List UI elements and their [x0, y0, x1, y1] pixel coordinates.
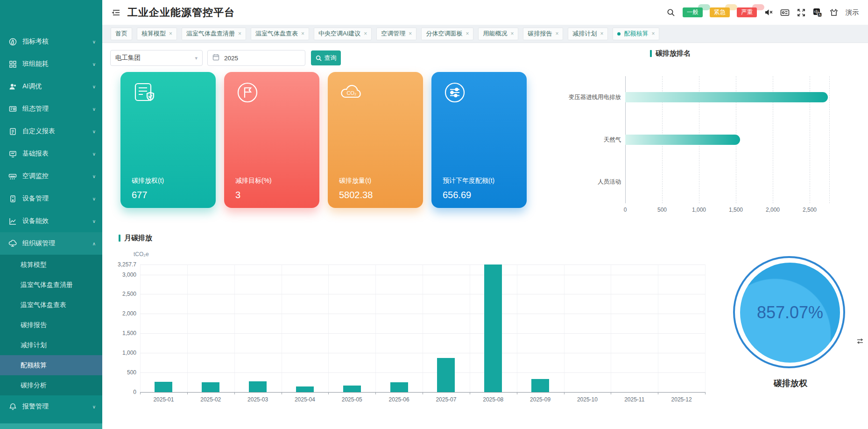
tab-减排计划[interactable]: 减排计划×	[568, 28, 608, 40]
sidebar-subitem-碳排报告[interactable]: 碳排报告	[0, 315, 102, 335]
tab-用能概况[interactable]: 用能概况×	[478, 28, 518, 40]
close-icon[interactable]: ×	[169, 30, 172, 37]
translate-icon[interactable]: 中A	[813, 8, 822, 17]
tab-碳排报告[interactable]: 碳排报告×	[523, 28, 563, 40]
sidebar-item-label: 班组能耗	[22, 60, 49, 68]
chevron-down-icon: ∨	[92, 62, 96, 67]
gridline	[140, 314, 705, 314]
sidebar-item-AI调优[interactable]: AI调优∨	[0, 75, 102, 98]
alarm-badge-urgent[interactable]: 紧急	[710, 7, 730, 17]
sidebar-item-班组能耗[interactable]: 班组能耗∨	[0, 53, 102, 75]
tab-温室气体盘查表[interactable]: 温室气体盘查表×	[251, 28, 309, 40]
tab-label: 碳排报告	[528, 29, 552, 38]
calendar-icon	[212, 54, 219, 63]
close-icon[interactable]: ×	[409, 30, 412, 37]
month-bar-2025-02	[202, 382, 219, 392]
stat-card-碳排放权(t): 碳排放权(t)677	[120, 72, 216, 208]
section-accent-bar	[650, 50, 652, 57]
topbar: 工业企业能源管控平台 一般 紧急 严重	[102, 0, 868, 25]
stat-cards: 碳排放权(t)677减排目标(%)3CO₂碳排放量(t)5802.38预计下年度…	[120, 72, 527, 208]
sidebar-item-自定义报表[interactable]: 自定义报表∨	[0, 120, 102, 143]
fullscreen-icon[interactable]	[797, 8, 806, 17]
mute-icon[interactable]	[764, 8, 773, 17]
sidebar-collapse-icon[interactable]	[112, 8, 121, 17]
sidebar-subitem-配额核算[interactable]: 配额核算	[0, 355, 102, 375]
close-icon[interactable]: ×	[466, 30, 469, 37]
axis-tick	[328, 392, 329, 394]
chevron-down-icon: ▾	[195, 55, 198, 61]
sidebar-subitem-碳排分析[interactable]: 碳排分析	[0, 375, 102, 395]
alarm-count-bubble	[752, 4, 764, 10]
sidebar-submenu: 核算模型温室气体盘查清册温室气体盘查表碳排报告减排计划配额核算碳排分析	[0, 255, 102, 395]
gridline	[140, 265, 705, 265]
year-picker[interactable]	[207, 50, 305, 66]
axis-tick	[470, 392, 470, 394]
axis-tick	[375, 392, 376, 394]
year-input[interactable]	[223, 54, 290, 62]
section-accent-bar	[119, 235, 120, 242]
sidebar-item-组织碳管理[interactable]: 组织碳管理∧	[0, 232, 102, 255]
stat-card-减排目标(%): 减排目标(%)3	[224, 72, 319, 208]
tab-中央空调AI建议[interactable]: 中央空调AI建议×	[314, 28, 372, 40]
sidebar-subitem-减排计划[interactable]: 减排计划	[0, 335, 102, 355]
sidebar-item-label: 组态管理	[22, 105, 49, 113]
company-select-value: 电工集团	[115, 54, 141, 62]
sidebar-subitem-温室气体盘查表[interactable]: 温室气体盘查表	[0, 295, 102, 315]
alarm-badge-general[interactable]: 一般	[683, 7, 703, 17]
theme-icon[interactable]	[829, 8, 839, 17]
tab-分体空调面板[interactable]: 分体空调面板×	[421, 28, 473, 40]
sidebar-item-报警管理[interactable]: 报警管理∨	[0, 395, 102, 418]
close-icon[interactable]: ×	[555, 30, 558, 37]
close-icon[interactable]: ×	[301, 30, 304, 37]
close-icon[interactable]: ×	[600, 30, 603, 37]
carbon-quota-gauge: 857.07%	[740, 263, 840, 363]
search-button[interactable]: 查询	[311, 50, 341, 65]
x-tick-label: 500	[648, 207, 676, 213]
close-icon[interactable]: ×	[651, 30, 655, 37]
tab-核算模型[interactable]: 核算模型×	[137, 28, 177, 40]
panel-toggle-icon[interactable]	[856, 337, 864, 347]
stat-card-value: 5802.38	[339, 190, 373, 200]
alarm-badge-label: 一般	[687, 9, 699, 15]
sidebar-item-组态管理[interactable]: 组态管理∨	[0, 98, 102, 120]
sidebar-item-空调监控[interactable]: 空调监控∨	[0, 165, 102, 187]
x-tick-label: 2025-12	[663, 396, 700, 403]
chevron-down-icon: ∨	[92, 107, 96, 112]
monthly-section-title: 月碳排放	[119, 234, 152, 243]
month-bar-2025-01	[155, 382, 172, 392]
sidebar-item-label: 指标考核	[22, 37, 49, 46]
document-icon	[8, 127, 17, 136]
alarm-count-bubble	[698, 4, 710, 10]
sidebar-item-指标考核[interactable]: 指标考核∨	[0, 30, 102, 53]
close-icon[interactable]: ×	[238, 30, 241, 37]
sidebar-item-设备能效[interactable]: 设备能效∨	[0, 210, 102, 232]
sidebar-item-设备管理[interactable]: 设备管理∨	[0, 187, 102, 210]
gridline	[140, 353, 705, 353]
tab-首页[interactable]: 首页	[111, 28, 132, 40]
alarm-badge-severe[interactable]: 严重	[737, 7, 757, 17]
close-icon[interactable]: ×	[510, 30, 514, 37]
tab-空调管理[interactable]: 空调管理×	[376, 28, 416, 40]
x-tick-label: 2025-06	[381, 396, 418, 403]
sidebar-subitem-温室气体盘查清册[interactable]: 温室气体盘查清册	[0, 275, 102, 295]
topbar-actions: 一般 紧急 严重 中A	[666, 7, 859, 17]
stat-card-碳排放量(t): CO₂碳排放量(t)5802.38	[328, 72, 423, 208]
gridline	[140, 294, 705, 294]
company-select[interactable]: 电工集团 ▾	[110, 50, 203, 66]
tab-配额核算[interactable]: 配额核算×	[613, 28, 659, 40]
sidebar-item-基础报表[interactable]: 基础报表∨	[0, 143, 102, 165]
tab-label: 分体空调面板	[426, 29, 462, 38]
tab-label: 用能概况	[483, 29, 507, 38]
sidebar-subitem-核算模型[interactable]: 核算模型	[0, 255, 102, 275]
close-icon[interactable]: ×	[364, 30, 367, 37]
tabbar: 首页核算模型×温室气体盘查清册×温室气体盘查表×中央空调AI建议×空调管理×分体…	[102, 25, 868, 43]
screen-record-icon[interactable]	[780, 8, 790, 17]
user-icon	[8, 82, 17, 91]
search-icon[interactable]	[666, 8, 676, 17]
y-tick-label: 2,500	[99, 291, 136, 297]
svg-text:CO₂: CO₂	[347, 90, 357, 96]
tab-温室气体盘查清册[interactable]: 温室气体盘查清册×	[182, 28, 246, 40]
demo-label[interactable]: 演示	[846, 8, 859, 17]
x-tick-label: 1,000	[685, 207, 713, 213]
ranking-section-title: 碳排放排名	[650, 49, 691, 58]
